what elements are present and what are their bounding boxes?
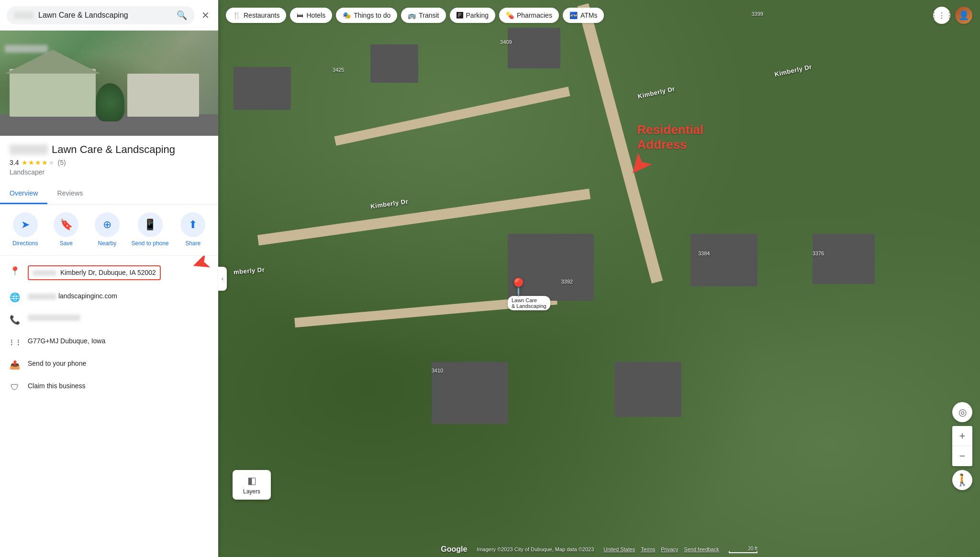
chip-hotels[interactable]: 🛏 Hotels	[290, 8, 332, 23]
link-privacy[interactable]: Privacy	[661, 546, 678, 552]
star-4: ★	[42, 159, 48, 166]
tab-reviews[interactable]: Reviews	[47, 184, 92, 204]
top-navigation: 🍴 Restaurants 🛏 Hotels 🎭 Things to do 🚌 …	[218, 0, 980, 31]
scale-line	[729, 551, 757, 553]
chip-transit[interactable]: 🚌 Transit	[401, 8, 445, 23]
address-box: Kimberly Dr, Dubuque, IA 52002	[28, 265, 161, 281]
house-block-1	[234, 67, 291, 110]
hotels-icon: 🛏	[297, 11, 303, 19]
nearby-button[interactable]: ⊕ Nearby	[90, 212, 124, 248]
send-to-phone-detail-icon: 📤	[10, 360, 20, 370]
phone-row[interactable]: 📞	[0, 308, 218, 331]
map-area[interactable]: Kimberly Dr Kimberly Dr mberly Dr Kimber…	[218, 0, 980, 557]
star-rating: ★ ★ ★ ★ ★	[22, 159, 55, 166]
close-button[interactable]: ✕	[200, 8, 212, 23]
search-input[interactable]: Lawn Care & Landscaping	[38, 11, 172, 20]
location-pin-icon: 📍	[10, 266, 20, 276]
house-num-3384: 3384	[698, 251, 710, 256]
road-label-kimberly-3: mberly Dr	[233, 266, 265, 276]
address-text: Kimberly Dr, Dubuque, IA 52002	[60, 269, 156, 276]
send-to-phone-button[interactable]: 📱 Send to phone	[132, 212, 169, 248]
grid-menu-button[interactable]: ⋮⋮⋮	[933, 7, 950, 24]
website-text: landscapinginc.com	[58, 292, 117, 300]
chip-hotels-label: Hotels	[306, 11, 325, 19]
house-block-4	[690, 234, 757, 286]
street-view-image[interactable]	[0, 31, 218, 136]
link-united-states[interactable]: United States	[603, 546, 635, 552]
pin-marker: 📍	[508, 279, 550, 296]
pharmacies-icon: 💊	[506, 11, 514, 19]
pin-label: Lawn Care& Landscaping	[508, 296, 550, 310]
layers-icon: ◧	[247, 475, 256, 486]
plus-code-row[interactable]: ⋮⋮ G77G+MJ Dubuque, Iowa	[0, 331, 218, 353]
save-button[interactable]: 🔖 Save	[49, 212, 83, 248]
left-panel: Lawn Care & Landscaping 🔍 ✕ Lawn Care & …	[0, 0, 218, 557]
share-icon: ⬆	[189, 218, 197, 231]
map-satellite: Kimberly Dr Kimberly Dr mberly Dr Kimber…	[218, 0, 980, 557]
layers-label: Layers	[243, 488, 260, 495]
road-label-kimberly-2: Kimberly Dr	[370, 198, 409, 210]
scale-text: 20 ft	[748, 546, 757, 551]
right-icons: ⋮⋮⋮ 👤	[933, 7, 972, 24]
star-2: ★	[28, 159, 34, 166]
residential-text-line2: Address	[637, 137, 704, 152]
chip-atms-label: ATMs	[580, 11, 598, 19]
plus-code-content: G77G+MJ Dubuque, Iowa	[28, 337, 209, 346]
zoom-out-button[interactable]: −	[952, 446, 972, 466]
send-to-phone-icon-circle: 📱	[138, 212, 163, 237]
share-label: Share	[185, 240, 200, 248]
link-terms[interactable]: Terms	[641, 546, 655, 552]
zoom-controls: + −	[952, 426, 972, 466]
send-to-phone-row[interactable]: 📤 Send to your phone	[0, 353, 218, 376]
location-button[interactable]: ◎	[952, 402, 972, 422]
address-red-arrow: ➤	[187, 256, 216, 282]
share-icon-circle: ⬆	[180, 212, 205, 237]
blurred-icon	[14, 12, 33, 19]
claim-business-row[interactable]: 🛡 Claim this business	[0, 376, 218, 398]
send-to-phone-label: Send to phone	[132, 240, 169, 248]
house-shape-2	[127, 74, 199, 117]
search-button[interactable]: 🔍	[177, 10, 187, 21]
map-bottom-bar: Google Imagery ©2023 City of Dubuque, Ma…	[218, 542, 980, 557]
layers-button[interactable]: ◧ Layers	[233, 470, 271, 500]
chip-pharmacies-label: Pharmacies	[517, 11, 552, 19]
address-row[interactable]: 📍 Kimberly Dr, Dubuque, IA 52002 ➤	[0, 260, 218, 286]
residential-address-label: Residential Address ➤	[637, 122, 704, 152]
map-copyright: Imagery ©2023 City of Dubuque, Map data …	[477, 546, 594, 552]
star-5: ★	[48, 159, 55, 166]
search-input-area[interactable]: Lawn Care & Landscaping 🔍	[7, 6, 195, 24]
blur-overlay	[5, 45, 48, 53]
user-avatar[interactable]: 👤	[955, 7, 972, 24]
chip-things-to-do[interactable]: 🎭 Things to do	[336, 8, 397, 23]
chip-restaurants[interactable]: 🍴 Restaurants	[226, 8, 286, 23]
business-name: Lawn Care & Landscaping	[52, 143, 175, 156]
things-to-do-icon: 🎭	[343, 11, 351, 19]
link-send-feedback[interactable]: Send feedback	[684, 546, 719, 552]
chip-atms[interactable]: 🏧 ATMs	[563, 8, 604, 23]
send-to-phone-icon: 📱	[144, 218, 156, 231]
house-block-2	[370, 44, 418, 83]
blurred-addr	[33, 270, 56, 276]
search-icon: 🔍	[177, 10, 187, 21]
tab-overview[interactable]: Overview	[0, 184, 47, 204]
chip-things-to-do-label: Things to do	[354, 11, 390, 19]
map-road-4	[334, 87, 570, 146]
share-button[interactable]: ⬆ Share	[176, 212, 210, 248]
house-block-5	[813, 234, 875, 284]
collapse-panel-button[interactable]: ‹	[218, 267, 227, 291]
zoom-in-button[interactable]: +	[952, 426, 972, 446]
chip-pharmacies[interactable]: 💊 Pharmacies	[499, 8, 559, 23]
chip-parking[interactable]: 🅿 Parking	[450, 8, 495, 23]
directions-button[interactable]: ➤ Directions	[9, 212, 42, 248]
search-bar: Lawn Care & Landscaping 🔍 ✕	[0, 0, 218, 31]
map-pin[interactable]: 📍 Lawn Care& Landscaping	[508, 279, 550, 310]
parking-icon: 🅿	[457, 11, 463, 19]
atms-icon: 🏧	[569, 11, 578, 19]
details-list: 📍 Kimberly Dr, Dubuque, IA 52002 ➤ 🌐 lan…	[0, 256, 218, 557]
address-content: Kimberly Dr, Dubuque, IA 52002 ➤	[28, 265, 209, 281]
residential-text-line1: Residential	[637, 122, 704, 137]
street-view-person[interactable]: 🚶	[952, 470, 972, 490]
google-logo: Google	[441, 545, 467, 554]
website-row[interactable]: 🌐 landscapinginc.com	[0, 286, 218, 308]
directions-icon: ➤	[21, 218, 30, 231]
